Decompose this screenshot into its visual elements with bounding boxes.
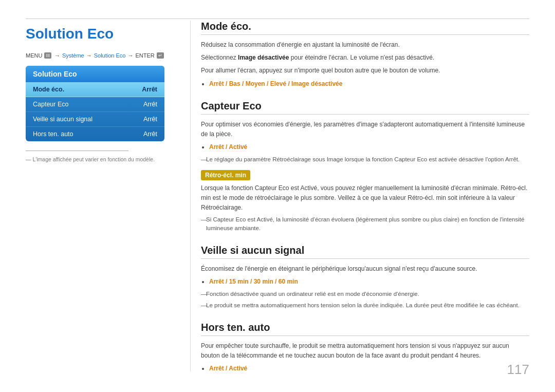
retro-badge-container: Rétro-écl. min [201, 167, 529, 183]
section-title-veille: Veille si aucun signal [201, 245, 529, 259]
menu-label: MENU [26, 52, 42, 59]
eco-row-veille-label: Veille si aucun signal [33, 116, 92, 123]
capteur-eco-para1: Pour optimiser vos économies d'énergie, … [201, 120, 529, 139]
system-link: Système [62, 52, 84, 59]
eco-box-title: Solution Eco [26, 66, 164, 82]
eco-row-hors-label: Hors ten. auto [33, 130, 73, 138]
capteur-eco-note: Le réglage du paramètre Rétroéclairage s… [201, 155, 529, 164]
menu-path: MENU III → Système → Solution Eco → ENTE… [26, 52, 175, 59]
capteur-eco-bullets: Arrêt / Activé [209, 142, 529, 152]
veille-note2: Le produit se mettra automatiquement hor… [201, 301, 529, 310]
retro-desc2: Si Capteur Eco est Activé, la luminosité… [201, 215, 529, 233]
eco-row-mode-label: Mode éco. [33, 86, 64, 93]
solution-eco-link: Solution Eco [94, 52, 126, 59]
left-column: Solution Eco MENU III → Système → Soluti… [26, 21, 190, 371]
section-title-mode-eco: Mode éco. [201, 21, 529, 35]
retro-badge: Rétro-écl. min [201, 170, 250, 180]
eco-row-mode-value: Arrêt [142, 86, 157, 93]
veille-bullet1: Arrêt / 15 min / 30 min / 60 min [209, 277, 529, 287]
eco-row-capteur[interactable]: Capteur Eco Arrêt [26, 97, 164, 112]
veille-note1: Fonction désactivée quand un ordinateur … [201, 290, 529, 298]
mode-eco-bullets: Arrêt / Bas / Moyen / Elevé / Image désa… [209, 79, 529, 89]
menu-icon: III [44, 52, 51, 59]
capteur-eco-bullet1: Arrêt / Activé [209, 142, 529, 152]
section-title-hors-ten: Hors ten. auto [201, 322, 529, 336]
section-hors-ten: Hors ten. auto Pour empêcher toute surch… [201, 322, 529, 372]
eco-row-capteur-value: Arrêt [143, 101, 157, 108]
hors-ten-para1: Pour empêcher toute surchauffe, le produ… [201, 341, 529, 361]
arrow2: → [86, 52, 92, 59]
hors-ten-bullets: Arrêt / Activé [209, 364, 529, 371]
eco-row-hors[interactable]: Hors ten. auto Arrêt [26, 127, 164, 141]
section-mode-eco: Mode éco. Réduisez la consommation d'éne… [201, 21, 529, 89]
eco-row-veille-value: Arrêt [143, 116, 157, 123]
eco-row-hors-value: Arrêt [143, 130, 157, 138]
section-capteur-eco: Capteur Eco Pour optimiser vos économies… [201, 100, 529, 233]
eco-row-capteur-label: Capteur Eco [33, 101, 68, 108]
arrow1: → [54, 52, 60, 59]
left-divider [26, 151, 128, 151]
eco-row-mode[interactable]: Mode éco. Arrêt [26, 82, 164, 97]
eco-row-veille[interactable]: Veille si aucun signal Arrêt [26, 112, 164, 127]
mode-eco-para3: Pour allumer l'écran, appuyez sur n'impo… [201, 66, 529, 76]
enter-label: ENTER [135, 52, 154, 59]
arrow3: → [127, 52, 133, 59]
page-title: Solution Eco [26, 26, 175, 42]
mode-eco-bullet1: Arrêt / Bas / Moyen / Elevé / Image désa… [209, 79, 529, 89]
right-column: Mode éco. Réduisez la consommation d'éne… [190, 21, 529, 371]
hors-ten-bullet1: Arrêt / Activé [209, 364, 529, 371]
section-veille: Veille si aucun signal Économisez de l'é… [201, 245, 529, 310]
section-title-capteur-eco: Capteur Eco [201, 100, 529, 115]
veille-bullets: Arrêt / 15 min / 30 min / 60 min [209, 277, 529, 287]
image-note: ― L'image affichée peut varier en foncti… [26, 156, 175, 162]
retro-desc1: Lorsque la fonction Capteur Eco est Acti… [201, 183, 529, 213]
mode-eco-para1: Réduisez la consommation d'énergie en aj… [201, 40, 529, 50]
mode-eco-para2: Sélectionnez Image désactivée pour étein… [201, 53, 529, 63]
top-rule [26, 18, 529, 19]
veille-para1: Économisez de l'énergie en éteignant le … [201, 264, 529, 274]
enter-icon: ↵ [157, 52, 164, 59]
eco-box: Solution Eco Mode éco. Arrêt Capteur Eco… [26, 66, 164, 141]
page-number: 117 [507, 362, 529, 378]
